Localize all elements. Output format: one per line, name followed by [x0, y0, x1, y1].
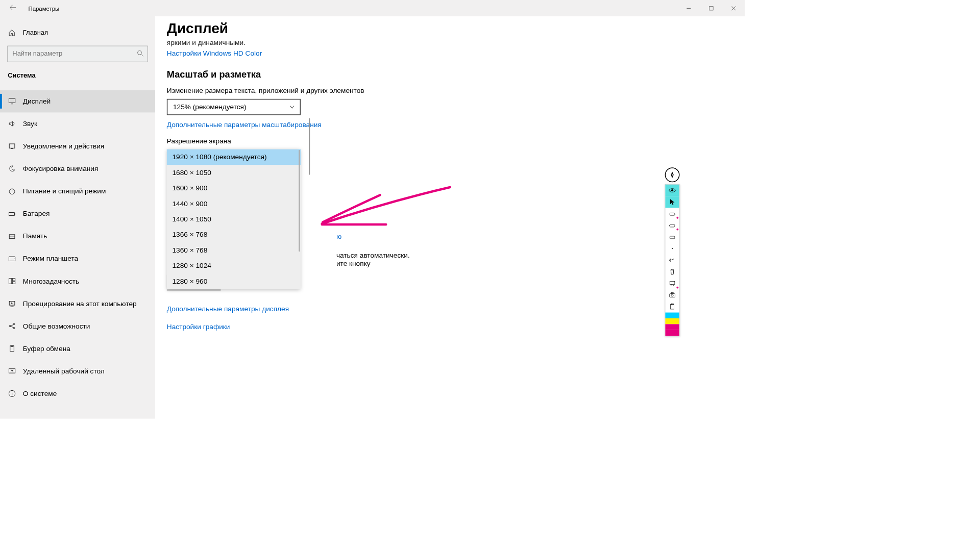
advanced-scaling-link[interactable]: Дополнительные параметры масштабирования: [167, 120, 322, 129]
layout-link-partial[interactable]: ю: [336, 233, 516, 241]
battery-icon: [8, 210, 16, 218]
minimize-button[interactable]: [677, 0, 700, 16]
svg-rect-24: [670, 213, 675, 215]
clipboard-icon: [8, 344, 16, 353]
dropdown-scrollbar[interactable]: [299, 150, 300, 252]
sidebar-item-multitask[interactable]: Многозадачность: [0, 270, 155, 292]
scale-dropdown[interactable]: 125% (рекомендуется): [167, 99, 301, 115]
svg-point-27: [672, 248, 673, 249]
pen-nib-icon: [669, 171, 676, 179]
arrow-left-icon: [10, 5, 15, 10]
sidebar-item-storage[interactable]: Память: [0, 225, 155, 247]
svg-rect-0: [709, 6, 713, 10]
sidebar-item-sound[interactable]: Звук: [0, 112, 155, 135]
sidebar-item-clipboard[interactable]: Буфер обмена: [0, 337, 155, 360]
marker-tool-3[interactable]: [665, 231, 679, 243]
sound-icon: [8, 119, 16, 128]
sidebar-item-tablet[interactable]: Режим планшета: [0, 247, 155, 270]
titlebar: Параметры: [0, 0, 745, 16]
pen-tool-anchor[interactable]: [665, 167, 680, 182]
sidebar-item-label: Батарея: [23, 210, 50, 218]
main-scrollbar[interactable]: [309, 118, 310, 175]
auto-text-line2: ите кнопку: [336, 260, 516, 268]
back-button[interactable]: [7, 5, 19, 12]
svg-rect-31: [671, 293, 673, 294]
chevron-down-icon: [290, 103, 295, 111]
sidebar-item-project[interactable]: Проецирование на этот компьютер: [0, 292, 155, 315]
scale-dropdown-value: 125% (рекомендуется): [173, 103, 247, 111]
hd-color-link[interactable]: Настройки Windows HD Color: [167, 49, 516, 58]
sidebar-item-label: Дисплей: [23, 97, 51, 105]
svg-rect-2: [9, 98, 15, 103]
delete-tool[interactable]: [665, 266, 679, 278]
search-icon: [137, 50, 143, 59]
storage-icon: [8, 232, 16, 240]
category-label: Система: [0, 66, 155, 85]
sidebar-item-moon[interactable]: Фокусировка внимания: [0, 158, 155, 180]
board-tool[interactable]: [665, 278, 679, 289]
sidebar-item-label: Общие возможности: [23, 322, 90, 330]
resolution-option[interactable]: 1280 × 1024: [167, 258, 301, 273]
marker-tool-2[interactable]: [665, 219, 679, 231]
minimize-icon: [687, 6, 691, 10]
sidebar-item-about[interactable]: О системе: [0, 382, 155, 405]
cursor-tool[interactable]: [665, 196, 679, 208]
eye-tool[interactable]: [665, 185, 679, 196]
home-label: Главная: [23, 29, 48, 36]
resolution-option[interactable]: 1680 × 1050: [167, 165, 301, 180]
page-title: Дисплей: [167, 20, 516, 37]
sidebar-item-power[interactable]: Питание и спящий режим: [0, 180, 155, 203]
resolution-option[interactable]: 1600 × 900: [167, 180, 301, 195]
sidebar-item-notification[interactable]: Уведомления и действия: [0, 135, 155, 157]
svg-rect-7: [9, 235, 15, 239]
undo-tool[interactable]: [665, 255, 679, 266]
resolution-label: Разрешение экрана: [167, 137, 516, 145]
resolution-option[interactable]: 1400 × 1050: [167, 211, 301, 227]
sidebar-item-label: Буфер обмена: [23, 344, 70, 353]
sidebar-item-label: Удаленный рабочий стол: [23, 367, 105, 375]
sidebar-item-battery[interactable]: Батарея: [0, 203, 155, 225]
annotation-toolbar: [665, 184, 680, 336]
sidebar-item-remote[interactable]: Удаленный рабочий стол: [0, 360, 155, 382]
scale-label: Изменение размера текста, приложений и д…: [167, 87, 516, 95]
camera-tool[interactable]: [665, 289, 679, 301]
dot-icon: [669, 245, 676, 252]
close-button[interactable]: [722, 0, 745, 16]
sidebar-item-label: О системе: [23, 389, 57, 397]
resolution-option[interactable]: 1366 × 768: [167, 227, 301, 242]
resolution-option[interactable]: 1360 × 768: [167, 242, 301, 258]
svg-point-30: [671, 294, 673, 296]
dot-tool[interactable]: [665, 243, 679, 255]
sidebar-item-label: Многозадачность: [23, 277, 79, 285]
resolution-option[interactable]: 1280 × 960: [167, 273, 301, 289]
project-icon: [8, 299, 16, 308]
tablet-icon: [8, 255, 16, 263]
graphics-settings-link[interactable]: Настройки графики: [167, 323, 516, 331]
svg-point-16: [13, 327, 14, 329]
home-button[interactable]: Главная: [0, 23, 155, 42]
advanced-display-link[interactable]: Дополнительные параметры дисплея: [167, 305, 516, 313]
sidebar-item-label: Проецирование на этот компьютер: [23, 299, 137, 308]
clipboard-tool[interactable]: [665, 301, 679, 313]
color-swatch-2[interactable]: [665, 324, 679, 336]
notification-icon: [8, 142, 16, 151]
maximize-icon: [709, 6, 713, 10]
svg-point-23: [671, 189, 673, 191]
svg-point-1: [138, 51, 142, 55]
sidebar-item-monitor[interactable]: Дисплей: [0, 90, 155, 112]
remote-icon: [8, 367, 16, 375]
svg-rect-11: [12, 279, 15, 281]
color-swatch-1[interactable]: [665, 313, 679, 324]
search-input[interactable]: [7, 46, 148, 62]
close-icon: [731, 6, 736, 10]
resolution-option[interactable]: 1440 × 900: [167, 196, 301, 211]
svg-rect-10: [9, 279, 11, 284]
maximize-button[interactable]: [700, 0, 722, 16]
svg-rect-6: [14, 213, 15, 215]
sidebar-item-shared[interactable]: Общие возможности: [0, 315, 155, 337]
shared-icon: [8, 322, 16, 330]
power-icon: [8, 187, 16, 195]
marker-tool-1[interactable]: [665, 208, 679, 219]
resolution-option[interactable]: 980 × 551 (рекомендуется): [167, 149, 301, 165]
moon-icon: [8, 165, 16, 173]
